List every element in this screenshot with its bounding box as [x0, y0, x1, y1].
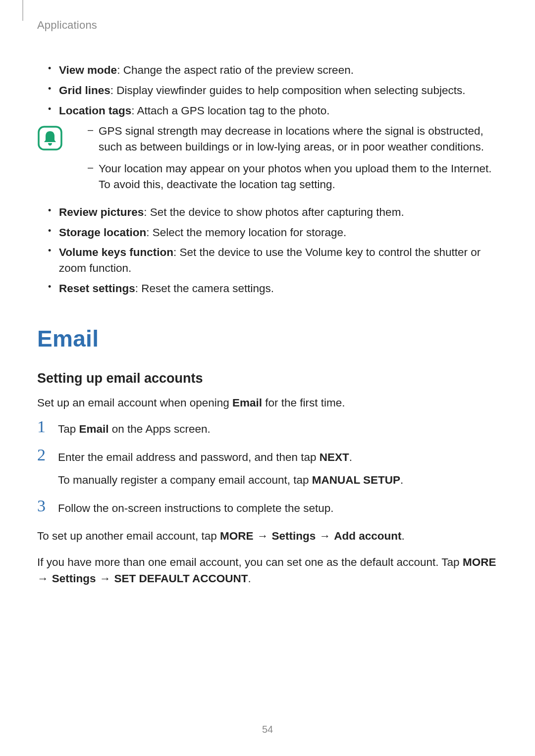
- intro-bold: Email: [232, 397, 262, 409]
- step-subtext: To manually register a company email acc…: [58, 472, 498, 489]
- list-item-term: Volume keys function: [59, 246, 173, 258]
- list-item: Location tags: Attach a GPS location tag…: [48, 103, 498, 119]
- inline-bold: Add account: [334, 530, 401, 542]
- list-item-desc: : Select the memory location for storage…: [146, 226, 346, 239]
- info-note-list: GPS signal strength may decrease in loca…: [66, 123, 498, 193]
- page-number: 54: [0, 724, 535, 735]
- camera-settings-list-2: Review pictures: Set the device to show …: [37, 204, 498, 297]
- note-item: GPS signal strength may decrease in loca…: [88, 123, 498, 155]
- inline-bold: Settings: [272, 530, 316, 542]
- step-list: 1 Tap Email on the Apps screen. 2 Enter …: [37, 421, 498, 517]
- inline-text: To set up another email account, tap: [37, 530, 220, 542]
- inline-text: If you have more than one email account,…: [37, 556, 463, 568]
- step-number: 3: [37, 497, 46, 515]
- list-item: Reset settings: Reset the camera setting…: [48, 281, 498, 297]
- note-item: Your location may appear on your photos …: [88, 161, 498, 193]
- inline-text: To manually register a company email acc…: [58, 474, 312, 486]
- inline-bold: Settings: [52, 572, 96, 585]
- section-heading-email: Email: [37, 325, 498, 352]
- another-account-paragraph: To set up another email account, tap MOR…: [37, 528, 498, 545]
- inline-text: Enter the email address and password, an…: [58, 451, 320, 463]
- list-item: Volume keys function: Set the device to …: [48, 245, 498, 276]
- step-item: 3 Follow the on-screen instructions to c…: [37, 501, 498, 517]
- step-item: 1 Tap Email on the Apps screen.: [37, 421, 498, 438]
- inline-text: .: [349, 451, 352, 463]
- inline-bold: MORE: [220, 530, 254, 542]
- page-header: Applications: [37, 19, 498, 32]
- inline-text: .: [402, 530, 405, 542]
- inline-text: Tap: [58, 423, 79, 435]
- info-note-block: GPS signal strength may decrease in loca…: [37, 123, 498, 199]
- arrow-separator: →: [96, 572, 114, 585]
- inline-text: .: [248, 572, 251, 585]
- step-text: Tap Email on the Apps screen.: [58, 421, 498, 438]
- list-item: View mode: Change the aspect ratio of th…: [48, 62, 498, 78]
- step-text: Follow the on-screen instructions to com…: [58, 501, 498, 517]
- list-item-desc: : Attach a GPS location tag to the photo…: [131, 104, 329, 117]
- list-item: Grid lines: Display viewfinder guides to…: [48, 83, 498, 99]
- list-item-term: Location tags: [59, 104, 131, 117]
- default-account-paragraph: If you have more than one email account,…: [37, 554, 498, 587]
- inline-text: Follow the on-screen instructions to com…: [58, 502, 334, 514]
- step-number: 1: [37, 417, 46, 436]
- inline-text: on the Apps screen.: [109, 423, 211, 435]
- info-note-body: GPS signal strength may decrease in loca…: [66, 123, 498, 199]
- inline-bold: Email: [79, 423, 109, 435]
- intro-pre: Set up an email account when opening: [37, 397, 232, 409]
- list-item-term: Storage location: [59, 226, 146, 239]
- list-item: Storage location: Select the memory loca…: [48, 225, 498, 241]
- document-page: Applications View mode: Change the aspec…: [0, 0, 535, 587]
- list-item-desc: : Set the device to show photos after ca…: [144, 206, 404, 218]
- arrow-separator: →: [316, 530, 334, 542]
- info-bell-icon: [37, 125, 66, 151]
- list-item-desc: : Display viewfinder guides to help comp…: [110, 84, 466, 97]
- header-breadcrumb: Applications: [37, 19, 498, 32]
- camera-settings-list-1: View mode: Change the aspect ratio of th…: [37, 62, 498, 119]
- list-item-term: View mode: [59, 64, 117, 76]
- list-item-term: Grid lines: [59, 84, 110, 97]
- list-item-term: Reset settings: [59, 282, 135, 295]
- arrow-separator: →: [253, 530, 271, 542]
- inline-bold: NEXT: [320, 451, 349, 463]
- inline-text: .: [400, 474, 403, 486]
- step-text: Enter the email address and password, an…: [58, 450, 498, 466]
- inline-bold: MORE: [463, 556, 496, 568]
- list-item-term: Review pictures: [59, 206, 144, 218]
- intro-paragraph: Set up an email account when opening Ema…: [37, 395, 498, 411]
- step-number: 2: [37, 446, 46, 464]
- intro-post: for the first time.: [262, 397, 345, 409]
- header-tick-mark: [22, 0, 23, 21]
- list-item-desc: : Reset the camera settings.: [135, 282, 274, 295]
- step-item: 2 Enter the email address and password, …: [37, 450, 498, 489]
- inline-bold: MANUAL SETUP: [312, 474, 400, 486]
- inline-bold: SET DEFAULT ACCOUNT: [114, 572, 248, 585]
- subsection-heading: Setting up email accounts: [37, 371, 498, 386]
- list-item-desc: : Change the aspect ratio of the preview…: [117, 64, 354, 76]
- list-item: Review pictures: Set the device to show …: [48, 204, 498, 220]
